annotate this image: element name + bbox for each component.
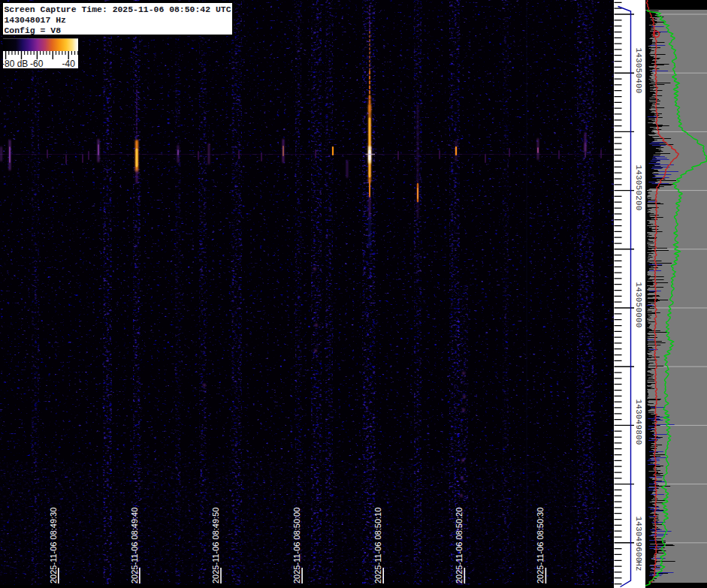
svg-text:143048017 Hz: 143048017 Hz <box>5 15 66 25</box>
svg-text:2025-11-06 08:50:30: 2025-11-06 08:50:30 <box>536 508 545 583</box>
svg-text:143050000: 143050000 <box>634 282 643 327</box>
svg-text:143050400: 143050400 <box>634 47 643 93</box>
svg-text:2025-11-06 08:50:10: 2025-11-06 08:50:10 <box>373 508 382 583</box>
svg-text:Config = V8: Config = V8 <box>5 26 62 35</box>
svg-text:143050200: 143050200 <box>634 164 643 210</box>
svg-text:2025-11-06 08:49:40: 2025-11-06 08:49:40 <box>130 508 139 583</box>
svg-text:Screen Capture Time: 2025-11-0: Screen Capture Time: 2025-11-06 08:50:42… <box>5 5 231 14</box>
svg-text:143049600: 143049600 <box>634 516 643 562</box>
svg-text:2025-11-06 08:49:30: 2025-11-06 08:49:30 <box>49 508 58 583</box>
svg-text:2025-11-06 08:49:50: 2025-11-06 08:49:50 <box>211 508 220 583</box>
svg-text:143049800: 143049800 <box>634 399 643 445</box>
svg-text:-40: -40 <box>62 59 76 69</box>
svg-text:-80 dB: -80 dB <box>2 59 28 69</box>
svg-text:Hz: Hz <box>634 561 643 571</box>
svg-text:-60: -60 <box>30 59 44 69</box>
svg-text:2025-11-06 08:50:00: 2025-11-06 08:50:00 <box>292 508 301 583</box>
svg-text:2025-11-06 08:50:20: 2025-11-06 08:50:20 <box>455 508 464 583</box>
